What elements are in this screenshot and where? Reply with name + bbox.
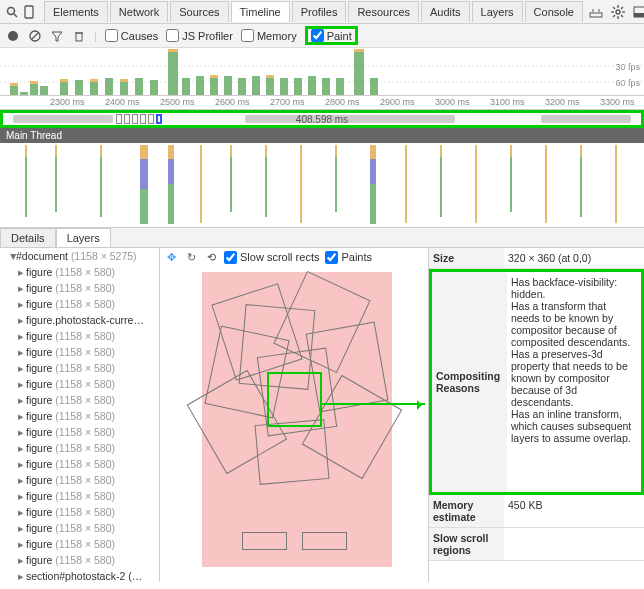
drawer-icon[interactable]	[589, 5, 603, 19]
tree-item[interactable]: ▸figure (1158 × 580)	[0, 536, 159, 552]
svg-line-19	[32, 33, 38, 39]
mainthread-header: Main Thread	[0, 128, 644, 143]
svg-line-14	[613, 15, 615, 17]
svg-rect-43	[266, 78, 274, 95]
overview-selection[interactable]	[156, 114, 162, 124]
svg-rect-87	[510, 145, 512, 157]
tree-item[interactable]: ▸figure (1158 × 580)	[0, 376, 159, 392]
svg-rect-28	[40, 86, 48, 95]
tree-root[interactable]: ▼#document (1158 × 5275)	[0, 248, 159, 264]
checkbox-jsprofiler[interactable]: JS Profiler	[166, 29, 233, 42]
tab-network[interactable]: Network	[110, 1, 168, 22]
pan-icon[interactable]: ✥	[164, 250, 178, 264]
tree-item[interactable]: ▸figure.photostack-curre…	[0, 312, 159, 328]
svg-rect-86	[475, 145, 477, 223]
tree-item[interactable]: ▸figure (1158 × 580)	[0, 280, 159, 296]
tab-audits[interactable]: Audits	[421, 1, 470, 22]
prop-compositing-label: Compositing Reasons	[432, 272, 507, 492]
tree-item[interactable]: ▸figure (1158 × 580)	[0, 552, 159, 568]
clear-icon[interactable]	[28, 29, 42, 43]
svg-rect-64	[100, 145, 102, 157]
tree-item[interactable]: ▸figure (1158 × 580)	[0, 472, 159, 488]
tree-item[interactable]: ▸figure (1158 × 580)	[0, 440, 159, 456]
tree-item[interactable]: ▸figure (1158 × 580)	[0, 360, 159, 376]
overview-bar[interactable]: 408.598 ms	[0, 110, 644, 128]
svg-rect-65	[100, 157, 102, 217]
flamechart[interactable]	[0, 143, 644, 228]
svg-rect-44	[280, 78, 288, 95]
svg-rect-55	[120, 79, 128, 82]
tree-item[interactable]: ▸section#photostack-2 (…	[0, 568, 159, 582]
tree-item[interactable]: ▸figure (1158 × 580)	[0, 488, 159, 504]
garbage-icon[interactable]	[72, 29, 86, 43]
tab-console[interactable]: Console	[525, 1, 583, 22]
svg-rect-32	[105, 78, 113, 95]
svg-rect-61	[25, 157, 27, 217]
layer-properties: Size 320 × 360 (at 0,0) Compositing Reas…	[428, 248, 644, 582]
svg-point-0	[8, 7, 15, 14]
svg-rect-42	[252, 76, 260, 95]
svg-rect-41	[238, 78, 246, 95]
tree-item[interactable]: ▸figure (1158 × 580)	[0, 392, 159, 408]
layers-panel: ▼#document (1158 × 5275) ▸figure (1158 ×…	[0, 248, 644, 582]
gear-icon[interactable]	[611, 5, 625, 19]
tab-details[interactable]: Details	[0, 228, 56, 247]
layers-tree[interactable]: ▼#document (1158 × 5275) ▸figure (1158 ×…	[0, 248, 160, 582]
svg-rect-80	[370, 145, 376, 159]
dock-icon[interactable]	[633, 5, 644, 19]
checkbox-paints[interactable]: Paints	[325, 251, 372, 264]
fps-chart[interactable]: 30 fps 60 fps	[0, 48, 644, 96]
tree-item[interactable]: ▸figure (1158 × 580)	[0, 456, 159, 472]
tab-profiles[interactable]: Profiles	[292, 1, 347, 22]
time-ruler[interactable]: 2300 ms 2400 ms 2500 ms 2600 ms 2700 ms …	[0, 96, 644, 110]
device-icon[interactable]	[24, 5, 34, 19]
svg-rect-37	[182, 78, 190, 95]
filter-icon[interactable]	[50, 29, 64, 43]
svg-rect-60	[25, 145, 27, 157]
svg-rect-49	[354, 52, 364, 95]
svg-line-13	[621, 7, 623, 9]
svg-rect-48	[336, 78, 344, 95]
svg-rect-36	[168, 52, 178, 95]
tree-item[interactable]: ▸figure (1158 × 580)	[0, 424, 159, 440]
detail-tabs: Details Layers	[0, 228, 644, 248]
tab-layers-detail[interactable]: Layers	[56, 228, 111, 247]
tree-item[interactable]: ▸figure (1158 × 580)	[0, 408, 159, 424]
layers-canvas[interactable]: ✥ ↻ ⟲ Slow scroll rects Paints	[160, 248, 428, 582]
svg-point-17	[8, 31, 18, 41]
tab-layers[interactable]: Layers	[472, 1, 523, 22]
svg-rect-58	[266, 75, 274, 78]
svg-rect-82	[370, 184, 376, 224]
svg-rect-33	[120, 82, 128, 95]
svg-rect-89	[545, 145, 547, 223]
timeline-toolbar: | Causes JS Profiler Memory Paint	[0, 24, 644, 48]
svg-rect-57	[210, 75, 218, 78]
checkbox-memory[interactable]: Memory	[241, 29, 297, 42]
tab-sources[interactable]: Sources	[170, 1, 228, 22]
svg-rect-83	[405, 145, 407, 223]
highlight-arrow	[320, 403, 425, 405]
tree-item[interactable]: ▸figure (1158 × 580)	[0, 296, 159, 312]
svg-rect-75	[265, 145, 267, 157]
checkbox-paint[interactable]: Paint	[305, 26, 358, 45]
svg-rect-69	[168, 145, 174, 159]
tab-elements[interactable]: Elements	[44, 1, 108, 22]
tree-item[interactable]: ▸figure (1158 × 580)	[0, 264, 159, 280]
selected-layer-quad[interactable]	[267, 372, 322, 427]
tree-item[interactable]: ▸figure (1158 × 580)	[0, 328, 159, 344]
reset-icon[interactable]: ⟲	[204, 250, 218, 264]
checkbox-causes[interactable]: Causes	[105, 29, 158, 42]
svg-rect-25	[10, 86, 18, 95]
tree-item[interactable]: ▸figure (1158 × 580)	[0, 344, 159, 360]
svg-rect-38	[196, 76, 204, 95]
prop-slowscroll-label: Slow scroll regions	[429, 528, 504, 560]
tree-item[interactable]: ▸figure (1158 × 580)	[0, 504, 159, 520]
tree-item[interactable]: ▸figure (1158 × 580)	[0, 520, 159, 536]
svg-rect-68	[140, 189, 148, 224]
search-icon[interactable]	[6, 5, 18, 19]
rotate-icon[interactable]: ↻	[184, 250, 198, 264]
tab-timeline[interactable]: Timeline	[231, 1, 290, 22]
tab-resources[interactable]: Resources	[348, 1, 419, 22]
record-icon[interactable]	[6, 29, 20, 43]
checkbox-slow-scroll[interactable]: Slow scroll rects	[224, 251, 319, 264]
